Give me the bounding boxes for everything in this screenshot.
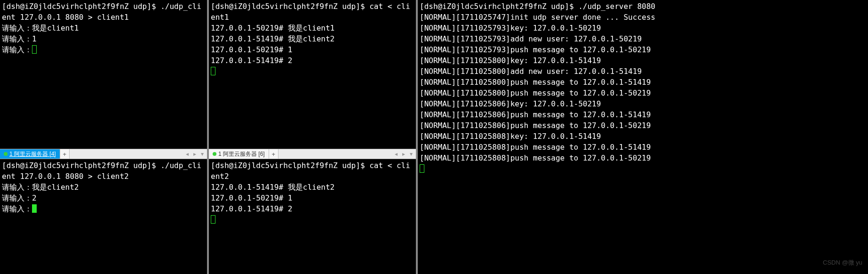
output-line: 127.0.0.1-50219# 1 (211, 193, 414, 203)
cursor-line (211, 214, 414, 225)
log-line: [NORMAL][1711025808]key: 127.0.0.1-51419 (420, 131, 866, 142)
input-line: 请输入：我是client1 (2, 23, 205, 33)
tabbar-spacer (279, 149, 391, 159)
log-line: [NORMAL][1711025747]init udp server done… (420, 12, 866, 23)
output-line: 127.0.0.1-51419# 我是client2 (211, 33, 414, 44)
cursor-line (211, 66, 414, 77)
log-line: [NORMAL][1711025793]push message to 127.… (420, 44, 866, 55)
splitter-vertical-1[interactable] (207, 0, 209, 274)
log-line: [NORMAL][1711025806]push message to 127.… (420, 120, 866, 131)
input-line: 请输入：1 (2, 33, 205, 44)
output-line: 127.0.0.1-51419# 我是client2 (211, 182, 414, 193)
add-tab-button[interactable]: + (269, 149, 279, 159)
log-line: [NORMAL][1711025793]key: 127.0.0.1-50219 (420, 23, 866, 33)
input-pending-line: 请输入： (2, 44, 205, 55)
cursor-icon (32, 45, 37, 54)
output-line: 127.0.0.1-51419# 2 (211, 203, 414, 214)
tab-next-icon[interactable]: ▸ (401, 151, 406, 157)
terminal-client1-output[interactable]: [dsh@iZ0jldc5virhclpht2f9fnZ udp]$ cat <… (209, 0, 416, 149)
log-line: [NORMAL][1711025800]push message to 127.… (420, 77, 866, 88)
cursor-line (420, 163, 866, 174)
prompt-line: [dsh@iZ0jldc5virhclpht2f9fnZ udp]$ ./udp… (2, 160, 205, 171)
output-line: 127.0.0.1-50219# 我是client1 (211, 23, 414, 33)
tabbar-left: 1 阿里云服务器 [4] + ◂ ▸ ▾ (0, 149, 207, 159)
tabbar-nav: ◂ ▸ ▾ (183, 149, 207, 159)
tab-aliyun-server-4[interactable]: 1 阿里云服务器 [4] (0, 149, 60, 159)
output-line: 127.0.0.1-50219# 1 (211, 44, 414, 55)
tabbar-middle: 1 阿里云服务器 [6] + ◂ ▸ ▾ (209, 149, 416, 159)
tabbar-nav: ◂ ▸ ▾ (391, 149, 416, 159)
terminal-server[interactable]: [dsh@iZ0jldc5virhclpht2f9fnZ udp]$ ./udp… (418, 0, 868, 274)
tab-next-icon[interactable]: ▸ (192, 151, 198, 157)
prompt-line: [dsh@iZ0jldc5virhclpht2f9fnZ udp]$ ./udp… (420, 1, 866, 12)
log-line: [NORMAL][1711025800]push message to 127.… (420, 88, 866, 98)
tab-menu-icon[interactable]: ▾ (199, 151, 205, 157)
log-line: [NORMAL][1711025800]add new user: 127.0.… (420, 66, 866, 77)
status-dot-icon (213, 152, 216, 156)
terminal-client1-input[interactable]: [dsh@iZ0jldc5virhclpht2f9fnZ udp]$ ./udp… (0, 0, 207, 149)
cursor-icon (420, 164, 424, 173)
cmd-wrap-line: ent 127.0.0.1 8080 > client1 (2, 12, 205, 23)
cursor-icon (211, 67, 215, 75)
log-line: [NORMAL][1711025808]push message to 127.… (420, 142, 866, 153)
log-line: [NORMAL][1711025808]push message to 127.… (420, 153, 866, 163)
tab-label: 1 阿里云服务器 [6] (218, 150, 265, 158)
tab-menu-icon[interactable]: ▾ (408, 151, 414, 157)
prompt-line: [dsh@iZ0jldc5virhclpht2f9fnZ udp]$ ./udp… (2, 1, 205, 12)
status-dot-icon (4, 152, 8, 156)
input-pending-line: 请输入： (2, 203, 205, 214)
log-line: [NORMAL][1711025793]add new user: 127.0.… (420, 33, 866, 44)
output-line: 127.0.0.1-51419# 2 (211, 55, 414, 66)
prompt-line: [dsh@iZ0jldc5virhclpht2f9fnZ udp]$ cat <… (211, 160, 414, 171)
tab-aliyun-server-6[interactable]: 1 阿里云服务器 [6] (209, 149, 269, 159)
tab-prev-icon[interactable]: ◂ (184, 151, 190, 157)
splitter-vertical-2[interactable] (416, 0, 418, 274)
log-line: [NORMAL][1711025800]key: 127.0.0.1-51419 (420, 55, 866, 66)
cursor-icon (211, 215, 215, 224)
terminal-client2-output[interactable]: [dsh@iZ0jldc5virhclpht2f9fnZ udp]$ cat <… (209, 159, 416, 274)
tabbar-spacer (70, 149, 183, 159)
cmd-wrap-line: ent 127.0.0.1 8080 > client2 (2, 171, 205, 182)
tab-label: 1 阿里云服务器 [4] (9, 150, 56, 158)
cmd-wrap-line: ent1 (211, 12, 414, 23)
cmd-wrap-line: ent2 (211, 171, 414, 182)
prompt-line: [dsh@iZ0jldc5virhclpht2f9fnZ udp]$ cat <… (211, 1, 414, 12)
cursor-icon (32, 204, 37, 213)
log-line: [NORMAL][1711025806]key: 127.0.0.1-50219 (420, 98, 866, 109)
input-line: 请输入：我是client2 (2, 182, 205, 193)
input-line: 请输入：2 (2, 193, 205, 203)
tab-prev-icon[interactable]: ◂ (393, 151, 399, 157)
add-tab-button[interactable]: + (60, 149, 70, 159)
log-line: [NORMAL][1711025806]push message to 127.… (420, 109, 866, 120)
terminal-client2-input[interactable]: [dsh@iZ0jldc5virhclpht2f9fnZ udp]$ ./udp… (0, 159, 207, 274)
